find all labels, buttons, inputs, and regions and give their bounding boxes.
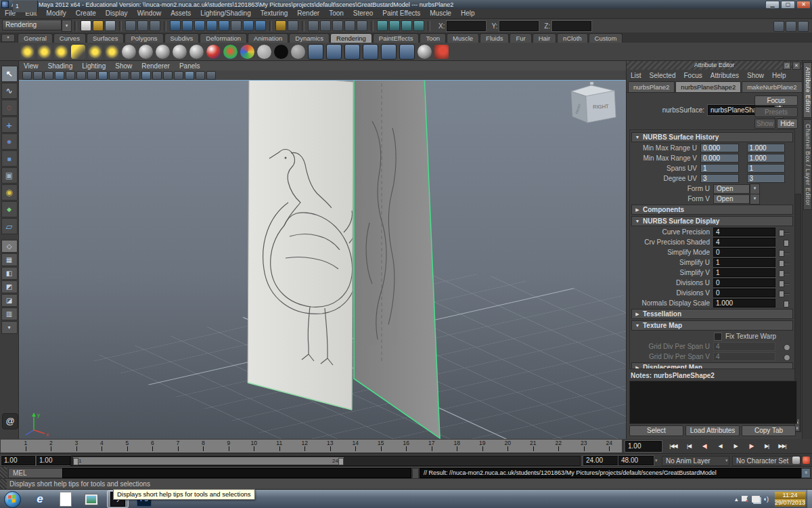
lock-selection-icon[interactable] — [275, 20, 286, 31]
multisample-icon[interactable] — [152, 71, 162, 80]
frame-tick[interactable]: 16 — [394, 440, 420, 452]
anim-layer-dropdown[interactable]: No Anim Layer — [662, 456, 729, 466]
taskbar-item-image-viewer[interactable] — [81, 491, 102, 507]
phong-material-icon[interactable] — [173, 45, 187, 59]
frame-tick[interactable]: 12 — [292, 440, 318, 452]
menu-item[interactable]: Lighting/Shading — [196, 9, 256, 18]
persp-outliner-layout[interactable] — [1, 267, 18, 280]
paint-select-tool[interactable] — [1, 100, 18, 116]
menu-item[interactable]: Window — [133, 9, 166, 18]
time-slider[interactable]: 123456789101112131415161718192021222324 — [0, 439, 623, 453]
form-v-select[interactable]: Open — [713, 194, 750, 204]
directional-light-icon[interactable] — [37, 45, 51, 59]
close-icon[interactable]: ✕ — [792, 62, 800, 70]
z-coord-input[interactable] — [552, 21, 591, 31]
new-scene-icon[interactable] — [81, 20, 91, 31]
spans-uv-field-2[interactable]: 1 — [747, 164, 786, 173]
dock-tab-channel-box[interactable]: Channel Box / Layer Editor — [803, 119, 812, 211]
menu-item[interactable]: Toon — [324, 9, 348, 18]
blinn-material-icon[interactable] — [139, 45, 153, 59]
shelf-tab[interactable]: Animation — [248, 33, 288, 43]
last-tool-nurbs-plane[interactable] — [1, 218, 18, 234]
shelf-tab[interactable]: Curves — [53, 33, 86, 43]
simplify-v-field[interactable]: 1 — [713, 268, 775, 277]
shading-map-icon[interactable] — [257, 45, 271, 59]
use-background-icon[interactable] — [291, 45, 305, 59]
character-set-dropdown[interactable]: No Character Set — [732, 456, 801, 466]
select-component-icon[interactable] — [150, 20, 160, 31]
shelf-tab[interactable]: Dynamics — [289, 33, 330, 43]
taskbar-item-internet-explorer[interactable]: e — [30, 491, 50, 507]
gate-mask-icon[interactable] — [206, 71, 216, 80]
ae-node-tab[interactable]: makeNurbPlane2 — [742, 81, 802, 92]
frame-tick[interactable]: 11 — [267, 440, 292, 452]
place2d-texture-icon[interactable] — [344, 44, 360, 60]
universal-manipulator-tool[interactable] — [1, 167, 18, 184]
focus-button[interactable]: Focus — [754, 96, 798, 106]
lock-camera-icon[interactable] — [33, 71, 43, 80]
minimize-button[interactable]: ▁ — [765, 1, 780, 9]
menu-item[interactable]: Modify — [41, 9, 70, 18]
ae-menu-item[interactable]: Help — [768, 72, 790, 79]
frame-tick[interactable]: 22 — [546, 440, 572, 452]
shelf-tab[interactable]: Rendering — [330, 33, 372, 43]
menu-item[interactable]: Texturing — [256, 9, 293, 18]
memory-icon[interactable] — [357, 20, 367, 31]
y-coord-input[interactable] — [499, 21, 539, 31]
degree-uv-field-1[interactable]: 3 — [700, 174, 739, 183]
motion-blur-icon[interactable] — [141, 71, 151, 80]
panel-menu-item[interactable]: View — [19, 62, 43, 70]
channel-box-toggle-icon[interactable] — [798, 21, 809, 32]
dock-tab-attribute-editor[interactable]: Attribute Editor — [803, 62, 812, 118]
tool-settings-toggle-icon[interactable] — [786, 21, 796, 32]
spans-uv-field-1[interactable]: 1 — [700, 164, 739, 173]
shelf-tab[interactable]: Custom — [589, 33, 623, 43]
use-all-lights-icon[interactable] — [109, 71, 118, 80]
camera-attributes-icon[interactable] — [44, 71, 53, 80]
frame-tick[interactable]: 9 — [216, 440, 242, 452]
ae-footer-button[interactable]: Select — [629, 425, 683, 436]
menu-item[interactable]: Display — [101, 9, 133, 18]
simplify-mode-slider[interactable] — [779, 249, 790, 257]
fix-texture-warp-checkbox[interactable] — [714, 333, 722, 341]
four-pane-layout[interactable] — [1, 253, 18, 266]
shelf-tab[interactable]: Muscle — [447, 33, 479, 43]
lambert-material-icon[interactable] — [156, 45, 170, 59]
ocean-shader-icon[interactable] — [223, 45, 238, 59]
auto-keyframe-icon[interactable] — [803, 457, 810, 464]
show-desktop-button[interactable] — [807, 490, 812, 508]
frame-tick[interactable]: 17 — [419, 440, 445, 452]
smooth-shade-icon[interactable] — [87, 71, 97, 80]
ae-menu-item[interactable]: Selected — [646, 72, 680, 79]
panel-menu-item[interactable]: Shading — [43, 62, 78, 70]
crv-precision-shaded-slider[interactable] — [779, 238, 790, 247]
ramp-texture-icon[interactable] — [326, 44, 342, 60]
persp-graph-layout[interactable] — [1, 280, 18, 293]
playback-button[interactable]: ▶ — [728, 441, 743, 452]
construction-history-icon[interactable] — [332, 20, 343, 31]
panel-menu-item[interactable]: Panels — [175, 62, 205, 70]
snap-to-curve-icon[interactable] — [182, 20, 193, 31]
playback-button[interactable]: ▶▶| — [775, 441, 790, 452]
playback-button[interactable]: ▶| — [759, 441, 774, 452]
ae-menu-item[interactable]: List — [627, 72, 646, 79]
frame-tick[interactable]: 21 — [520, 440, 546, 452]
snap-together-icon[interactable] — [243, 20, 254, 31]
shelf-tab[interactable]: Surfaces — [87, 33, 125, 43]
scale-tool[interactable] — [1, 150, 18, 167]
menu-item[interactable]: Render — [292, 9, 324, 18]
frame-tick[interactable]: 7 — [165, 440, 191, 452]
snap-help-icon[interactable] — [255, 20, 266, 31]
select-hierarchy-icon[interactable] — [125, 20, 136, 31]
normals-display-scale-field[interactable]: 1.000 — [713, 299, 775, 308]
simplify-u-slider[interactable] — [779, 259, 790, 267]
animation-end-field[interactable]: 48.00 — [618, 456, 654, 465]
attribute-editor-header[interactable]: Attribute Editor ◲ ✕ — [627, 61, 802, 70]
chevron-down-icon[interactable]: ▾ — [655, 458, 658, 463]
attribute-editor-toggle-icon[interactable] — [773, 21, 784, 32]
nurbs-plane-front-view[interactable] — [354, 80, 440, 438]
frame-tick[interactable]: 4 — [89, 440, 115, 452]
move-tool[interactable] — [1, 117, 18, 133]
section-nurbs-surface-history[interactable]: ▼NURBS Surface History — [631, 132, 793, 142]
menu-item[interactable]: Paint Effects — [378, 9, 425, 18]
